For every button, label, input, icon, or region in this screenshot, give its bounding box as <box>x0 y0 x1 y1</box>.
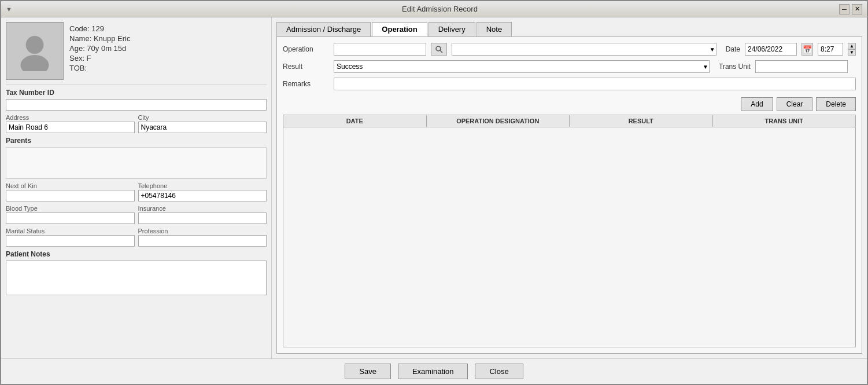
patient-header: Code: 129 Name: Knupp Eric Age: 70y 0m 1… <box>6 22 267 85</box>
grid-col-result: RESULT <box>570 115 713 127</box>
insurance-group: Insurance <box>138 205 267 224</box>
telephone-group: Telephone +05478146 <box>138 182 267 201</box>
patient-sex: Sex: F <box>69 54 131 63</box>
button-row: Add Clear Delete <box>283 95 856 111</box>
close-button[interactable]: ✕ <box>852 4 862 14</box>
trans-unit-input[interactable] <box>755 60 848 73</box>
operation-grid: DATE OPERATION DESIGNATION RESULT TRANS … <box>283 115 856 347</box>
blood-insurance-row: Blood Type Insurance <box>6 205 267 224</box>
patient-tob: TOB: <box>69 64 131 72</box>
marital-status-label: Marital Status <box>6 228 135 234</box>
operation-dropdown[interactable] <box>452 43 716 56</box>
result-dropdown[interactable]: Success <box>334 60 710 73</box>
search-icon <box>435 45 443 53</box>
svg-point-0 <box>26 36 44 54</box>
operation-tab-content: Operation ▼ Date <box>276 36 862 354</box>
left-panel: Code: 129 Name: Knupp Eric Age: 70y 0m 1… <box>1 17 272 358</box>
telephone-label: Telephone <box>138 182 267 189</box>
city-group: City Nyacara <box>138 114 267 133</box>
avatar-icon <box>14 31 55 71</box>
grid-body <box>283 127 855 347</box>
parents-field[interactable] <box>6 147 267 179</box>
tax-number-label: Tax Number ID <box>6 89 267 97</box>
tax-number-field[interactable] <box>6 99 267 111</box>
content-area: Code: 129 Name: Knupp Eric Age: 70y 0m 1… <box>1 17 867 358</box>
window-title: Edit Admission Record <box>40 5 839 13</box>
profession-group: Profession <box>138 228 267 247</box>
insurance-field[interactable] <box>138 212 267 224</box>
search-button[interactable] <box>431 43 447 56</box>
time-input[interactable] <box>818 43 843 56</box>
kin-telephone-row: Next of Kin Telephone +05478146 <box>6 182 267 201</box>
title-bar: ▼ Edit Admission Record ─ ✕ <box>1 1 867 17</box>
next-of-kin-group: Next of Kin <box>6 182 135 201</box>
grid-col-trans-unit: TRANS UNIT <box>713 115 856 127</box>
insurance-label: Insurance <box>138 205 267 212</box>
tax-number-section: Tax Number ID <box>6 89 267 111</box>
svg-point-1 <box>21 55 49 71</box>
grid-header: DATE OPERATION DESIGNATION RESULT TRANS … <box>283 115 855 127</box>
marital-status-group: Marital Status <box>6 228 135 247</box>
next-of-kin-label: Next of Kin <box>6 182 135 189</box>
patient-notes-section: Patient Notes <box>6 250 267 297</box>
time-up-button[interactable]: ▲ <box>848 43 856 49</box>
city-field[interactable]: Nyacara <box>138 122 267 133</box>
result-dropdown-container: Success ▼ <box>334 60 710 73</box>
parents-section: Parents <box>6 137 267 179</box>
grid-col-date: DATE <box>283 115 427 127</box>
profession-label: Profession <box>138 228 267 234</box>
next-of-kin-field[interactable] <box>6 190 135 201</box>
tab-bar: Admission / Discharge Operation Delivery… <box>276 22 862 36</box>
marital-status-field[interactable] <box>6 235 135 247</box>
address-city-row: Address Main Road 6 City Nyacara <box>6 114 267 133</box>
patient-name: Name: Knupp Eric <box>69 34 131 43</box>
clear-button[interactable]: Clear <box>777 97 813 111</box>
svg-point-2 <box>436 46 441 51</box>
trans-unit-label: Trans Unit <box>719 63 751 71</box>
patient-notes-field[interactable] <box>6 261 267 295</box>
address-label: Address <box>6 114 135 121</box>
tab-operation[interactable]: Operation <box>372 22 427 36</box>
title-bar-controls: ─ ✕ <box>839 4 862 14</box>
operation-dropdown-container: ▼ <box>452 43 716 56</box>
date-input[interactable] <box>745 43 797 56</box>
close-button-bottom[interactable]: Close <box>475 364 523 379</box>
time-spinner: ▲ ▼ <box>848 43 856 56</box>
patient-age: Age: 70y 0m 15d <box>69 44 131 53</box>
patient-code: Code: 129 <box>69 24 131 33</box>
tab-note[interactable]: Note <box>477 22 512 36</box>
bottom-bar: Save Examination Close <box>1 358 867 384</box>
minimize-button[interactable]: ─ <box>839 4 849 14</box>
calendar-button[interactable]: 📅 <box>801 43 813 56</box>
profession-field[interactable] <box>138 235 267 247</box>
tab-delivery[interactable]: Delivery <box>429 22 475 36</box>
tab-admission-discharge[interactable]: Admission / Discharge <box>276 22 371 36</box>
address-group: Address Main Road 6 <box>6 114 135 133</box>
patient-info: Code: 129 Name: Knupp Eric Age: 70y 0m 1… <box>69 22 131 80</box>
patient-notes-label: Patient Notes <box>6 250 267 258</box>
right-panel: Admission / Discharge Operation Delivery… <box>272 17 867 358</box>
address-field[interactable]: Main Road 6 <box>6 122 135 133</box>
date-field-label: Date <box>726 45 740 53</box>
blood-type-group: Blood Type <box>6 205 135 224</box>
marital-profession-row: Marital Status Profession <box>6 228 267 247</box>
operation-form: Operation ▼ Date <box>283 43 856 111</box>
delete-button[interactable]: Delete <box>816 97 856 111</box>
remarks-input[interactable] <box>334 78 856 90</box>
operation-input[interactable] <box>334 43 426 56</box>
save-button[interactable]: Save <box>345 364 391 379</box>
patient-avatar <box>6 22 64 80</box>
main-window: ▼ Edit Admission Record ─ ✕ Code: 129 Na… <box>0 0 868 385</box>
operation-row: Operation ▼ Date <box>283 43 856 56</box>
remarks-row: Remarks <box>283 78 856 90</box>
parents-label: Parents <box>6 137 267 145</box>
time-down-button[interactable]: ▼ <box>848 49 856 56</box>
remarks-field-label: Remarks <box>283 80 329 88</box>
telephone-field[interactable]: +05478146 <box>138 190 267 201</box>
blood-type-field[interactable] <box>6 212 135 224</box>
add-button[interactable]: Add <box>741 97 773 111</box>
examination-button[interactable]: Examination <box>398 364 468 379</box>
city-label: City <box>138 114 267 121</box>
operation-field-label: Operation <box>283 45 329 53</box>
result-field-label: Result <box>283 63 329 71</box>
